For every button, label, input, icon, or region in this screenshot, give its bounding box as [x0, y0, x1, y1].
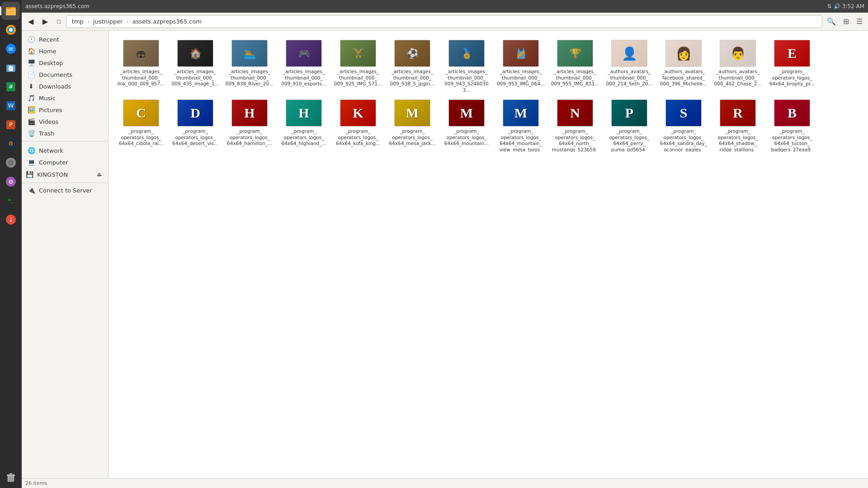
- file-item[interactable]: 🏟_articles_images_thumbnail_000_link_000…: [114, 36, 168, 96]
- file-item[interactable]: 🎮_articles_images_thumbnail_000_009_910_…: [277, 36, 331, 96]
- breadcrumb-sep2: ›: [127, 18, 129, 25]
- sidebar: 🕐 Recent 🏠 Home 🖥️ Desktop 📄 Documents ⬇…: [22, 31, 108, 478]
- svg-text:a: a: [9, 139, 13, 147]
- recent-icon: 🕐: [27, 36, 35, 43]
- file-item[interactable]: 🏅_articles_images_thumbnail_000_009_943_…: [439, 36, 494, 96]
- breadcrumb-justnipper[interactable]: justnipper: [91, 17, 124, 26]
- file-name: _articles_images_thumbnail_000_009_838_R…: [226, 69, 274, 87]
- file-item[interactable]: S_program_operators_logos_64x64_sandra_d…: [656, 96, 711, 155]
- file-name: _authors_avatars_thumbnail_000_000_214_S…: [606, 69, 652, 87]
- status-text: 26 items: [25, 480, 47, 486]
- file-name: _program_operators_logos_64x64_mountain_…: [499, 128, 542, 152]
- sidebar-desktop[interactable]: 🖥️ Desktop: [22, 57, 108, 69]
- file-item[interactable]: ⚽_articles_images_thumbnail_000_009_938_…: [385, 36, 439, 96]
- sidebar-music[interactable]: 🎵 Music: [22, 92, 108, 104]
- sidebar-downloads[interactable]: ⬇️ Downloads: [22, 80, 108, 92]
- file-item[interactable]: C_program_operators_logos_64x64_cibola_r…: [114, 96, 168, 155]
- file-grid: 🏟_articles_images_thumbnail_000_link_000…: [114, 36, 863, 155]
- file-name: _program_operators_logos_64x64_shadow_ri…: [716, 128, 760, 152]
- sidebar-kingston[interactable]: 💾 KINGSTON ⏏: [22, 168, 108, 181]
- sidebar-connect-label: Connect to Server: [39, 187, 92, 194]
- dock-tools[interactable]: ⚙: [2, 173, 20, 191]
- dock-thunderbird[interactable]: ✉: [2, 40, 20, 58]
- file-item[interactable]: 🏆_articles_images_thumbnail_000_009_955_…: [548, 36, 602, 96]
- file-item[interactable]: R_program_operators_logos_64x64_shadow_r…: [711, 96, 765, 155]
- new-tab-button[interactable]: □: [53, 16, 64, 27]
- view-button[interactable]: ⊞: [840, 15, 852, 28]
- file-item[interactable]: 🏋_articles_images_thumbnail_000_009_925_…: [331, 36, 385, 96]
- file-name: _program_operators_logos_64x64_desert_vi…: [172, 128, 218, 147]
- file-item[interactable]: H_program_operators_logos_64x64_hamilton…: [222, 96, 277, 155]
- sidebar-pictures[interactable]: 🖼️ Pictures: [22, 104, 108, 116]
- sidebar-network-label: Network: [39, 147, 63, 154]
- file-item[interactable]: H_program_operators_logos_64x64_highland…: [277, 96, 331, 155]
- dock-writer[interactable]: W: [2, 97, 20, 115]
- file-item[interactable]: M_program_operators_logos_64x64_mesa_jac…: [385, 96, 439, 155]
- file-item[interactable]: K_program_operators_logos_64x64_kofa_kin…: [331, 96, 385, 155]
- file-item[interactable]: P_program_operators_logos_64x64_perry_pu…: [602, 96, 656, 155]
- file-name: _articles_images_thumbnail_000_009_435_i…: [171, 69, 219, 87]
- menu-button[interactable]: ☰: [854, 15, 865, 28]
- file-item[interactable]: 👩_authors_avatars_facebook_shared_000_39…: [656, 36, 711, 96]
- file-item[interactable]: 🏠_articles_images_thumbnail_000_009_435_…: [168, 36, 222, 96]
- breadcrumb-tmp[interactable]: tmp: [70, 17, 85, 26]
- file-item[interactable]: M_program_operators_logos_64x64_mountain…: [494, 96, 548, 155]
- file-name: _program_operators_logos_64x64_mountain.…: [444, 128, 489, 147]
- file-name: _program_operators_logos_64x64_hamilton_…: [227, 128, 272, 147]
- dock-terminal[interactable]: >_: [2, 192, 20, 210]
- eject-button[interactable]: ⏏: [96, 170, 103, 178]
- dock-firefox[interactable]: [2, 21, 20, 39]
- file-name: _program_operators_logos_64x64_sandra_da…: [660, 128, 707, 152]
- sidebar-kingston-label: KINGSTON: [37, 171, 68, 178]
- videos-icon: 🎬: [27, 118, 35, 125]
- sidebar-computer[interactable]: 💻 Computer: [22, 156, 108, 168]
- sidebar-desktop-label: Desktop: [39, 60, 63, 66]
- file-name: _articles_images_thumbnail_000_009_943_5…: [441, 69, 492, 92]
- forward-button[interactable]: ▶: [39, 15, 52, 28]
- file-item[interactable]: N_program_operators_logos_64x64_north_mu…: [548, 96, 602, 155]
- file-item[interactable]: E_program_operators_logos_64x64_brophy_p…: [765, 36, 819, 96]
- dock-amazon[interactable]: a: [2, 135, 20, 153]
- dock-impress[interactable]: P: [2, 116, 20, 134]
- dock-trash[interactable]: [2, 468, 20, 486]
- file-item[interactable]: M_program_operators_logos_64x64_mountain…: [439, 96, 494, 155]
- breadcrumb-sep1: ›: [87, 18, 90, 25]
- drive-icon: 💾: [25, 171, 33, 178]
- sidebar-network[interactable]: 🌐 Network: [22, 145, 108, 156]
- sidebar-documents[interactable]: 📄 Documents: [22, 69, 108, 80]
- sidebar-home[interactable]: 🏠 Home: [22, 45, 108, 57]
- toolbar: ◀ ▶ □ tmp › justnipper › assets.azpreps3…: [22, 13, 868, 31]
- sidebar-trash-label: Trash: [39, 130, 54, 137]
- file-item[interactable]: B_program_operators_logos_64x64_tucson_b…: [765, 96, 819, 155]
- file-item[interactable]: 👨_authors_avatars_thumbnail_000_000_402_…: [711, 36, 765, 96]
- sidebar-videos[interactable]: 🎬 Videos: [22, 116, 108, 127]
- dock-settings[interactable]: [2, 154, 20, 172]
- file-item[interactable]: 🎽_articles_images_thumbnail_000_009_953_…: [494, 36, 548, 96]
- dock-calc[interactable]: #: [2, 78, 20, 96]
- trash-icon: 🗑️: [27, 130, 35, 137]
- breadcrumb-bar: tmp › justnipper › assets.azpreps365.com: [66, 15, 822, 28]
- sidebar-computer-label: Computer: [39, 159, 68, 166]
- svg-point-5: [9, 28, 13, 32]
- svg-text:P: P: [9, 121, 13, 128]
- back-button[interactable]: ◀: [24, 15, 37, 28]
- statusbar: 26 items: [22, 478, 868, 488]
- svg-rect-1: [6, 9, 16, 15]
- sidebar-recent[interactable]: 🕐 Recent: [22, 33, 108, 45]
- sidebar-music-label: Music: [39, 95, 56, 102]
- sidebar-connect[interactable]: 🔌 Connect to Server: [22, 184, 108, 196]
- file-item[interactable]: D_program_operators_logos_64x64_desert_v…: [168, 96, 222, 155]
- sidebar-trash[interactable]: 🗑️ Trash: [22, 127, 108, 139]
- home-icon: 🏠: [27, 47, 35, 55]
- file-item[interactable]: 👤_authors_avatars_thumbnail_000_000_214_…: [602, 36, 656, 96]
- search-button[interactable]: 🔍: [824, 15, 839, 28]
- dock-files2[interactable]: 📄: [2, 59, 20, 77]
- breadcrumb-current[interactable]: assets.azpreps365.com: [131, 17, 203, 26]
- dock-files[interactable]: [2, 2, 20, 20]
- dock-install[interactable]: ↓: [2, 211, 20, 229]
- desktop-icon: 🖥️: [27, 59, 35, 66]
- music-icon: 🎵: [27, 94, 35, 102]
- svg-text:↓: ↓: [9, 216, 14, 223]
- file-item[interactable]: 🏊_articles_images_thumbnail_000_009_838_…: [222, 36, 277, 96]
- file-name: _articles_images_thumbnail_000_009_953_I…: [497, 69, 545, 87]
